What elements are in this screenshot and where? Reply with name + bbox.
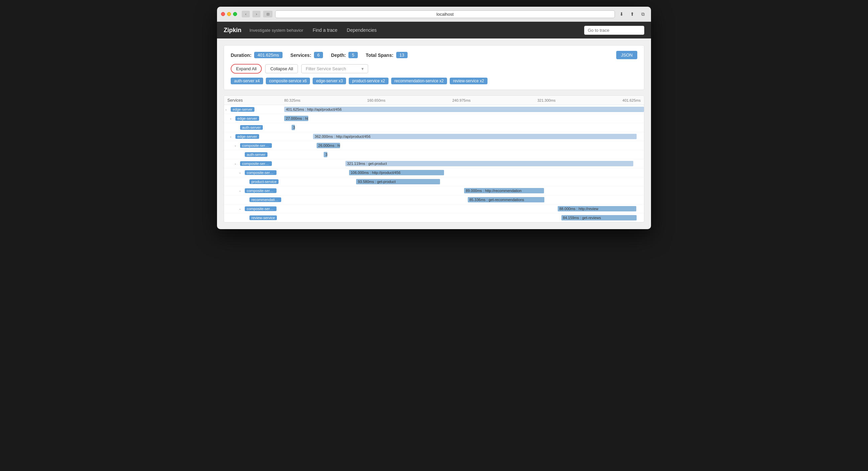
download-icon[interactable]: ⬇	[618, 10, 626, 18]
nav-dependencies[interactable]: Dependencies	[345, 23, 378, 37]
span-bar[interactable]: 3.468ms : user	[324, 152, 327, 157]
span-area: 26.000ms : https://uaa/user	[284, 141, 644, 150]
timeline-row[interactable]: -composite-service26.000ms : https://uaa…	[224, 141, 644, 150]
controls-row: Expand All Collapse All Filter Service S…	[231, 64, 637, 73]
address-bar[interactable]: localhost	[275, 10, 615, 18]
timeline-row[interactable]: -edge-server27.000ms : https://uaa/user	[224, 114, 644, 123]
service-cell: product-service	[224, 178, 284, 185]
span-bar[interactable]: 26.000ms : https://uaa/user	[317, 143, 340, 148]
timeline-row[interactable]: auth-server3.468ms : user	[224, 150, 644, 159]
browser-toolbar: ‹ › ⊟ localhost ⬇ ⬆ ⧉	[217, 7, 651, 22]
forward-button[interactable]: ›	[252, 11, 260, 18]
span-bar[interactable]: 362.000ms : http://api/product/456	[313, 134, 637, 139]
service-tags: auth-server x4composite-service x6edge-s…	[231, 78, 637, 84]
fullscreen-icon[interactable]: ⧉	[639, 10, 647, 18]
timeline-row[interactable]: recommendation-serv85.336ms : get-recomm…	[224, 195, 644, 204]
time-marker: 160.650ms	[367, 98, 385, 102]
toggle-button[interactable]: -	[235, 161, 239, 166]
json-button[interactable]: JSON	[616, 51, 637, 59]
nav-find-trace[interactable]: Find a trace	[311, 23, 339, 37]
sidebar-button[interactable]: ⊟	[263, 11, 273, 18]
toggle-button[interactable]: -	[230, 135, 234, 139]
span-area: 89.000ms : http://recommendation	[284, 186, 644, 195]
span-bar[interactable]: 84.159ms : get-reviews	[561, 215, 637, 220]
filter-search-dropdown[interactable]: Filter Service Search ▾	[301, 64, 368, 73]
service-tag[interactable]: auth-server x4	[231, 78, 263, 84]
toggle-button[interactable]: -	[235, 144, 239, 148]
span-bar[interactable]: 88.000ms : http://review	[558, 206, 637, 211]
service-cell: -edge-server	[224, 133, 284, 140]
service-tag[interactable]: review-service x2	[450, 78, 488, 84]
timeline-row[interactable]: -edge-server362.000ms : http://api/produ…	[224, 132, 644, 141]
collapse-all-button[interactable]: Collapse All	[265, 64, 298, 73]
toggle-button[interactable]: -	[239, 171, 243, 175]
span-bar[interactable]: 321.119ms : get-product	[345, 161, 633, 166]
timeline-row[interactable]: -composite-service106.000ms : http://pro…	[224, 168, 644, 177]
timeline-row[interactable]: -composite-service89.000ms : http://reco…	[224, 186, 644, 195]
close-button[interactable]	[221, 12, 225, 16]
timeline-row[interactable]: -composite-service321.119ms : get-produc…	[224, 159, 644, 168]
minimize-button[interactable]	[227, 12, 231, 16]
service-tag[interactable]: product-service x2	[349, 78, 388, 84]
duration-value: 401.625ms	[254, 52, 282, 58]
timeline-row[interactable]: product-service93.580ms : get-product	[224, 177, 644, 186]
trace-panel: Duration: 401.625ms Services: 6 Depth: 5…	[224, 45, 644, 90]
app-brand: Zipkin	[224, 27, 241, 34]
span-bar[interactable]: 85.336ms : get-recommendations	[468, 197, 544, 202]
span-area: 84.159ms : get-reviews	[284, 213, 644, 222]
service-cell: -composite-service	[224, 187, 284, 194]
service-cell: -composite-service	[224, 160, 284, 167]
service-badge: composite-service	[245, 206, 277, 211]
toggle-button[interactable]: -	[239, 189, 243, 193]
toggle-button[interactable]: -	[225, 107, 229, 111]
trace-stats: Duration: 401.625ms Services: 6 Depth: 5…	[231, 51, 637, 59]
timeline-row[interactable]: auth-server3.752ms : user	[224, 123, 644, 132]
back-button[interactable]: ‹	[242, 11, 250, 18]
span-area: 401.625ms : http://api/product/456	[284, 105, 644, 114]
service-badge: composite-service	[240, 161, 272, 166]
services-label: Services:	[290, 53, 311, 58]
span-area: 88.000ms : http://review	[284, 204, 644, 213]
span-bar[interactable]: 106.000ms : http://product/456	[349, 170, 444, 175]
service-badge: review-service	[249, 215, 277, 220]
share-icon[interactable]: ⬆	[628, 10, 636, 18]
timeline-row[interactable]: -composite-service88.000ms : http://revi…	[224, 204, 644, 213]
toggle-button[interactable]: -	[239, 207, 243, 211]
span-area: 3.752ms : user	[284, 123, 644, 132]
timeline-row[interactable]: -edge-server401.625ms : http://api/produ…	[224, 105, 644, 114]
depth-value: 5	[348, 52, 358, 58]
main-content: Duration: 401.625ms Services: 6 Depth: 5…	[217, 38, 651, 229]
toggle-button[interactable]: -	[230, 116, 234, 120]
traffic-lights	[221, 12, 237, 16]
trace-timeline: Services 80.325ms160.650ms240.975ms321.3…	[224, 95, 644, 223]
service-badge: composite-service	[240, 143, 272, 148]
service-tag[interactable]: recommendation-service x2	[391, 78, 447, 84]
duration-group: Duration: 401.625ms	[231, 52, 282, 58]
span-bar[interactable]: 3.752ms : user	[291, 125, 295, 130]
span-bar[interactable]: 89.000ms : http://recommendation	[464, 188, 544, 193]
go-to-trace-input[interactable]	[584, 26, 644, 35]
timeline-ruler: 80.325ms160.650ms240.975ms321.300ms401.6…	[284, 96, 644, 105]
maximize-button[interactable]	[233, 12, 237, 16]
span-area: 27.000ms : https://uaa/user	[284, 114, 644, 123]
service-tag[interactable]: composite-service x6	[266, 78, 310, 84]
service-cell: auth-server	[224, 124, 284, 131]
span-bar[interactable]: 93.580ms : get-product	[356, 179, 440, 184]
service-badge: edge-server	[231, 107, 254, 112]
service-cell: -composite-service	[224, 169, 284, 176]
expand-all-button[interactable]: Expand All	[231, 64, 262, 73]
span-bar[interactable]: 27.000ms : https://uaa/user	[284, 116, 308, 121]
services-column-header: Services	[224, 98, 284, 103]
span-area: 85.336ms : get-recommendations	[284, 195, 644, 204]
service-cell: -composite-service	[224, 142, 284, 149]
service-badge: composite-service	[245, 188, 277, 193]
timeline-row[interactable]: review-service84.159ms : get-reviews	[224, 213, 644, 222]
depth-label: Depth:	[331, 53, 346, 58]
service-badge: composite-service	[245, 170, 277, 175]
service-cell: auth-server	[224, 151, 284, 158]
service-tag[interactable]: edge-server x3	[313, 78, 346, 84]
depth-group: Depth: 5	[331, 52, 358, 58]
service-badge: product-service	[249, 179, 279, 184]
span-bar[interactable]: 401.625ms : http://api/product/456	[284, 107, 644, 112]
duration-label: Duration:	[231, 53, 251, 58]
